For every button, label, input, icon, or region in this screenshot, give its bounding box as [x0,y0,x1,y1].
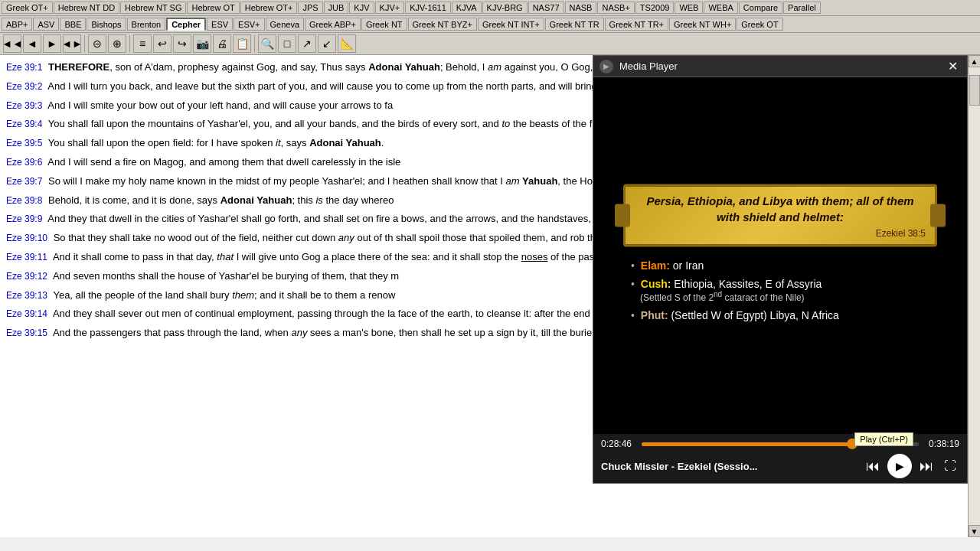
scroll-down-btn[interactable]: ▼ [969,525,981,537]
top-bar1-btn-nasb[interactable]: NASB [565,2,597,14]
toolbar-icon-0[interactable]: ◄◄ [3,34,21,53]
top-bar2-btn-bbe[interactable]: BBE [60,18,86,31]
scroll-banner: Persia, Ethiopia, and Libya with them; a… [623,184,937,247]
toolbar-icon-16[interactable]: 📐 [338,34,356,53]
top-bar2-btn-esv-[interactable]: ESV+ [234,18,264,31]
bullet-cush: • Cush: Ethiopia, Kassites, E of Assyria… [623,278,937,303]
top-bar1-btn-nasb+[interactable]: NASB+ [597,2,634,14]
top-bar2-btn-greek-nt[interactable]: Greek NT [361,18,407,31]
slide-content: Persia, Ethiopia, and Libya with them; a… [616,177,945,335]
top-bar2-btn-greek-nt-tr-[interactable]: Greek NT TR+ [605,18,668,31]
bullet-cush-text: Ethiopia, Kassites, E of Assyria [674,278,822,290]
mp-fullscreen-button[interactable]: ⛶ [941,458,959,474]
top-bar2-btn-greek-abp-[interactable]: Greek ABP+ [305,18,361,31]
toolbar-separator [129,35,130,52]
toolbar-icon-14[interactable]: ↗ [298,34,316,53]
toolbar-icon-1[interactable]: ◄ [23,34,41,53]
bullet-phut: • Phut: (Settled W of Egypt) Libya, N Af… [623,309,937,321]
top-bar2-btn-abp-[interactable]: ABP+ [2,18,32,31]
bullet-elam-label: Elam: [641,259,670,272]
scrollbar[interactable]: ▲ ▼ [968,55,980,537]
toolbar-icon-7[interactable]: ↩ [153,34,172,53]
mp-bottom-row: Chuck Missler - Ezekiel (Sessio... ⏮ ▶ ⏭… [601,454,959,478]
bullet-phut-label: Phut: [641,309,668,321]
mp-close-button[interactable]: ✕ [945,59,961,73]
verse-ref: Eze 39:14 [6,308,47,319]
top-bar1-btn-hebrew-ot[interactable]: Hebrew OT [187,2,239,14]
top-bar2-btn-brenton[interactable]: Brenton [127,18,166,31]
verse-ref: Eze 39:13 [6,290,47,301]
verse-ref: Eze 39:4 [6,119,42,129]
top-bar1-btn-jps[interactable]: JPS [298,2,322,14]
mp-time-elapsed: 0:28:46 [601,439,635,449]
top-bar1-btn-kjv-brg[interactable]: KJV-BRG [482,2,528,14]
top-bar1-btn-weba[interactable]: WEBA [704,2,737,14]
mp-title-left: ▶ Media Player [599,60,678,73]
toolbar-icon-2[interactable]: ► [43,34,61,53]
toolbar-icon-15[interactable]: ↙ [318,34,336,53]
top-bar1-btn-kjv-1611[interactable]: KJV-1611 [405,2,451,14]
top-bar1-btn-hebrew-ot+[interactable]: Hebrew OT+ [240,2,298,14]
verse-ref: Eze 39:5 [6,138,42,148]
verse-ref: Eze 39:15 [6,328,47,338]
toolbar-icon-4[interactable]: ⊝ [88,34,106,53]
top-bar1-btn-hebrew-nt-dd[interactable]: Hebrew NT DD [54,2,119,14]
toolbar-icon-3[interactable]: ◄► [63,34,81,53]
mp-progress-fill [642,442,850,446]
top-bar1-btn-compare[interactable]: Compare [739,2,782,14]
top-bar2-btn-geneva[interactable]: Geneva [266,18,305,31]
top-bar1-btn-kjv+[interactable]: KJV+ [375,2,405,14]
top-bar2-btn-greek-nt-tr[interactable]: Greek NT TR [545,18,604,31]
mp-title-label: Media Player [619,60,678,72]
scroll-verse-text: Persia, Ethiopia, and Libya with them; a… [635,193,926,225]
top-bar1-btn-parallel[interactable]: Parallel [783,2,821,14]
media-player-titlebar: ▶ Media Player ✕ [593,56,967,77]
bullet-phut-text: (Settled W of Egypt) Libya, N Africa [671,309,838,321]
bullet-elam: • Elam: or Iran [623,259,937,272]
top-bar1-btn-greek-ot+[interactable]: Greek OT+ [2,2,53,14]
top-bar2-btn-greek-nt-byz-[interactable]: Greek NT BYZ+ [408,18,477,31]
verse-ref: Eze 39:8 [6,195,42,206]
toolbar: ◄◄◄►◄►⊝⊕≡↩↪📷🖨📋🔍□↗↙📐 [0,33,980,55]
bullet-cush-label: Cush: [641,278,671,290]
scroll-track[interactable] [969,67,980,525]
top-bar2-btn-cepher[interactable]: Cepher [166,18,206,31]
top-bar1-btn-ts2009[interactable]: TS2009 [635,2,675,14]
scroll-verse-ref: Ezekiel 38:5 [635,228,926,239]
verse-ref: Eze 39:1 [6,62,42,73]
toolbar-icon-13[interactable]: □ [278,34,296,53]
top-bar1-btn-jub[interactable]: JUB [324,2,349,14]
scroll-up-btn[interactable]: ▲ [969,55,981,67]
mp-next-track-button[interactable]: ⏭ [916,457,936,476]
top-bar1-btn-kjva[interactable]: KJVA [452,2,482,14]
verse-ref: Eze 39:12 [6,271,47,282]
verse-ref: Eze 39:3 [6,100,42,111]
top-bar1-btn-hebrew-nt-sg[interactable]: Hebrew NT SG [120,2,186,14]
mp-prev-track-button[interactable]: ⏮ [863,457,883,476]
top-bar1-btn-kjv[interactable]: KJV [349,2,374,14]
media-player: ▶ Media Player ✕ Persia, Ethiopia, and L… [593,55,968,484]
slide-bullets: • Elam: or Iran • Cush: Ethiopia, Kassit… [623,259,937,321]
mp-controls: 0:28:46 0:38:19 Chuck Missler - Ezekiel … [593,434,967,483]
top-bar1-btn-web[interactable]: WEB [675,2,703,14]
toolbar-separator [84,35,85,52]
toolbar-icon-12[interactable]: 🔍 [258,34,276,53]
toolbar-icon-9[interactable]: 📷 [193,34,211,53]
top-bar1-btn-nas77[interactable]: NAS77 [528,2,564,14]
top-bar-1: Greek OT+Hebrew NT DDHebrew NT SGHebrew … [0,0,980,16]
toolbar-icon-11[interactable]: 📋 [233,34,251,53]
top-bar2-btn-greek-ot[interactable]: Greek OT [737,18,782,31]
mp-play-pause-button[interactable]: ▶ [887,454,912,478]
top-bar2-btn-greek-nt-int-[interactable]: Greek NT INT+ [478,18,544,31]
toolbar-icon-5[interactable]: ⊕ [108,34,126,53]
toolbar-separator [254,35,255,52]
toolbar-icon-10[interactable]: 🖨 [213,34,231,53]
toolbar-icon-6[interactable]: ≡ [133,34,152,53]
scroll-thumb[interactable] [969,75,980,106]
toolbar-icon-8[interactable]: ↪ [173,34,191,53]
top-bar2-btn-asv[interactable]: ASV [33,18,59,31]
verse-ref: Eze 39:10 [6,233,47,243]
top-bar2-btn-bishops[interactable]: Bishops [87,18,126,31]
top-bar2-btn-esv[interactable]: ESV [207,18,233,31]
top-bar2-btn-greek-nt-wh-[interactable]: Greek NT WH+ [669,18,736,31]
